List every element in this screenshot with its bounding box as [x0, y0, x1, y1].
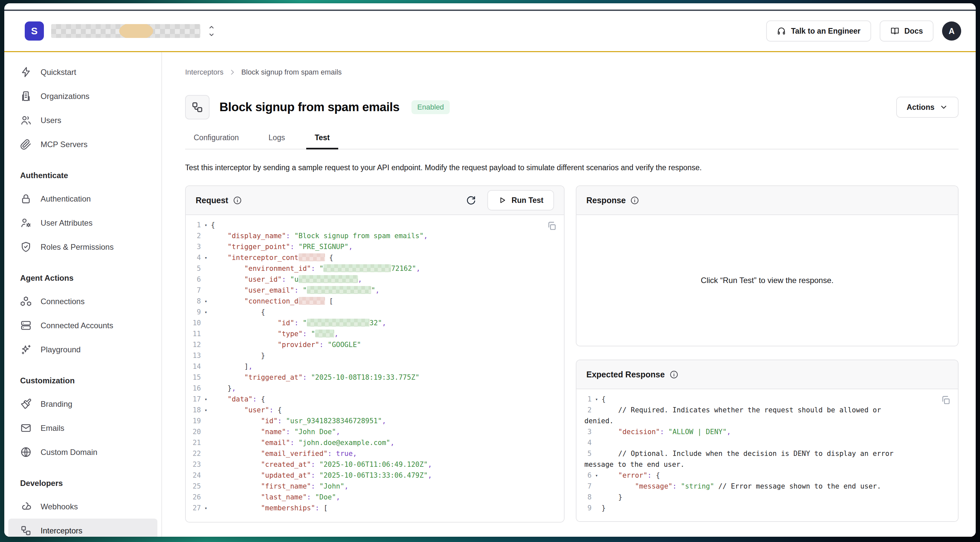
sidebar-item-label: Connections — [41, 297, 84, 306]
sidebar-item-interceptors[interactable]: Interceptors — [8, 518, 158, 537]
line-number: 1 — [576, 394, 592, 405]
sidebar-item-users[interactable]: Users — [8, 108, 158, 132]
fold-gutter — [592, 437, 601, 448]
fold-arrow-icon[interactable]: ▾ — [592, 394, 601, 405]
sidebar-item-playground[interactable]: Playground — [8, 337, 158, 362]
zap-icon — [20, 66, 32, 78]
line-number: 2 — [186, 230, 201, 242]
fold-arrow-icon[interactable]: ▾ — [201, 307, 211, 318]
code-line: 22 "email_verified": true, — [186, 448, 564, 459]
sidebar-item-user-attributes[interactable]: User Attributes — [8, 211, 158, 235]
line-number: 9 — [186, 307, 201, 318]
sidebar-item-connected-accounts[interactable]: Connected Accounts — [8, 313, 158, 337]
line-number: 11 — [186, 329, 201, 339]
sidebar-item-label: Branding — [41, 399, 72, 409]
code-content: "environment_id": "72162", — [211, 263, 564, 274]
talk-to-engineer-button[interactable]: Talk to an Engineer — [766, 21, 871, 41]
sidebar-item-label: Users — [41, 116, 61, 125]
response-panel-title: Response — [586, 196, 639, 205]
breadcrumb-interceptors-link[interactable]: Interceptors — [185, 68, 223, 76]
sidebar-item-roles-permissions[interactable]: Roles & Permissions — [8, 235, 158, 259]
fold-arrow-icon[interactable]: ▾ — [201, 252, 211, 263]
play-icon — [498, 196, 506, 205]
sidebar-item-label: Custom Domain — [41, 448, 97, 457]
copy-icon[interactable] — [941, 395, 951, 405]
code-content: "last_name": "Doe", — [211, 492, 564, 503]
sidebar-item-quickstart[interactable]: Quickstart — [8, 60, 158, 84]
fold-gutter — [592, 503, 601, 513]
request-code-editor[interactable]: 1▾{2 "display_name": "Block signup from … — [186, 215, 564, 522]
sidebar-section-authenticate: Authenticate — [8, 166, 158, 185]
line-number: 3 — [186, 242, 201, 252]
docs-button[interactable]: Docs — [880, 21, 934, 41]
code-line: 5 "environment_id": "72162", — [186, 263, 564, 274]
code-content: "triggered_at": "2025-10-08T18:19:33.775… — [211, 372, 564, 383]
code-line: 7 "user_email": "", — [186, 285, 564, 296]
code-line: 3 "decision": "ALLOW | DENY", — [576, 426, 958, 437]
info-icon[interactable] — [233, 196, 242, 205]
tab-configuration[interactable]: Configuration — [185, 128, 248, 149]
run-test-button[interactable]: Run Test — [487, 190, 554, 210]
app-window: S Talk to an Engineer Docs A — [4, 3, 976, 537]
code-content: "display_name": "Block signup from spam … — [211, 230, 564, 242]
sidebar-item-emails[interactable]: Emails — [8, 416, 158, 440]
line-number: 26 — [186, 492, 201, 503]
copy-icon[interactable] — [547, 221, 557, 231]
fold-gutter — [201, 437, 211, 448]
info-icon[interactable] — [670, 370, 678, 379]
chevron-right-icon — [229, 68, 236, 76]
fold-gutter — [201, 416, 211, 426]
code-content: "message": "string" // Error message sho… — [601, 481, 958, 492]
sidebar-item-label: Playground — [41, 345, 81, 354]
fold-arrow-icon[interactable]: ▾ — [592, 470, 601, 481]
sidebar-item-authentication[interactable]: Authentication — [8, 187, 158, 211]
code-content: "created_at": "2025-10-06T11:06:49.120Z"… — [211, 459, 564, 470]
line-number: 19 — [186, 416, 201, 426]
shield-check-icon — [20, 241, 32, 253]
fold-gutter — [201, 285, 211, 296]
fold-gutter — [201, 339, 211, 350]
line-number: 13 — [186, 350, 201, 361]
sidebar-item-webhooks[interactable]: Webhooks — [8, 494, 158, 518]
fold-arrow-icon[interactable]: ▾ — [201, 394, 211, 405]
sidebar-item-branding[interactable]: Branding — [8, 392, 158, 416]
fold-gutter — [201, 426, 211, 437]
tab-test[interactable]: Test — [306, 128, 339, 149]
code-content: "interceptor_cont { — [211, 252, 564, 263]
actions-button[interactable]: Actions — [896, 97, 959, 118]
sidebar-item-custom-domain[interactable]: Custom Domain — [8, 440, 158, 464]
workflow-icon — [20, 525, 32, 536]
code-content: message to the end user. — [584, 459, 958, 470]
fold-arrow-icon[interactable]: ▾ — [201, 503, 211, 513]
fold-gutter — [201, 242, 211, 252]
code-line: 3 "trigger_point": "PRE_SIGNUP", — [186, 242, 564, 252]
line-number: 7 — [186, 285, 201, 296]
fold-arrow-icon[interactable]: ▾ — [201, 405, 211, 416]
expected-code-viewer[interactable]: 1▾{2 // Required. Indicates whether the … — [576, 389, 958, 521]
response-panel: Response Click “Run Test” to view the re… — [576, 185, 959, 346]
sidebar-item-label: Roles & Permissions — [41, 242, 113, 252]
server-icon — [20, 319, 32, 331]
topbar-actions: Talk to an Engineer Docs A — [766, 21, 961, 41]
code-content: "id": "32", — [211, 318, 564, 329]
expected-panel-header: Expected Response — [576, 360, 958, 389]
fold-arrow-icon[interactable]: ▾ — [201, 296, 211, 307]
code-content: "provider": "GOOGLE" — [211, 339, 564, 350]
reset-request-button[interactable] — [466, 195, 476, 205]
mail-icon — [20, 422, 32, 434]
fold-arrow-icon[interactable]: ▾ — [201, 220, 211, 230]
sidebar-item-organizations[interactable]: Organizations — [8, 84, 158, 108]
breadcrumb: Interceptors Block signup from spam emai… — [185, 68, 959, 76]
sidebar-item-connections[interactable]: Connections — [8, 289, 158, 313]
workspace-switcher[interactable]: S — [25, 21, 215, 41]
info-icon[interactable] — [630, 196, 639, 205]
code-content: } — [601, 503, 958, 513]
code-content: "id": "usr_93418238346728951", — [211, 416, 564, 426]
org-name-redacted — [51, 24, 200, 38]
code-line: message to the end user. — [576, 459, 958, 470]
line-number: 3 — [576, 426, 592, 437]
sidebar-item-mcp-servers[interactable]: MCP Servers — [8, 132, 158, 156]
redacted-value — [299, 253, 325, 261]
tab-logs[interactable]: Logs — [260, 128, 294, 149]
user-avatar[interactable]: A — [942, 21, 961, 41]
